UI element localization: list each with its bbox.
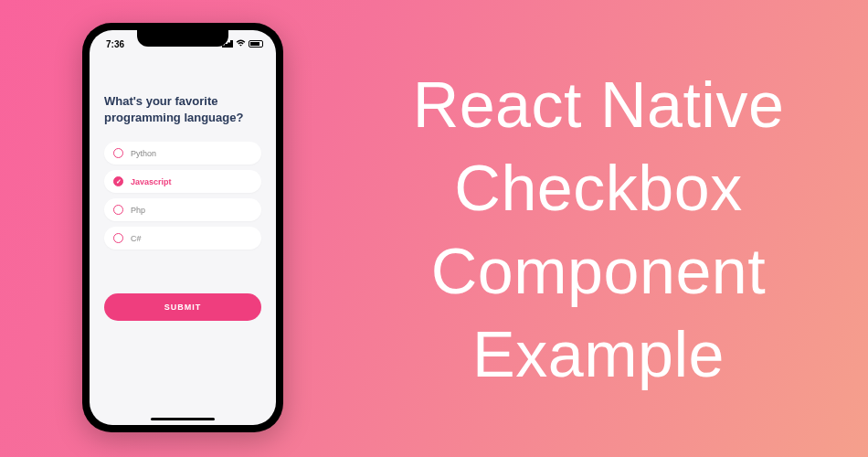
option-javascript[interactable]: Javascript bbox=[104, 170, 261, 193]
notch bbox=[137, 30, 228, 47]
radio-icon bbox=[113, 205, 123, 215]
question-heading: What's your favorite programming languag… bbox=[104, 93, 261, 125]
option-label: Php bbox=[131, 206, 145, 215]
home-indicator bbox=[151, 418, 215, 420]
title-line-4: Example bbox=[472, 319, 725, 390]
page-title: React Native Checkbox Component Example bbox=[347, 64, 850, 397]
radio-icon bbox=[113, 148, 123, 158]
option-label: C# bbox=[131, 234, 142, 243]
option-label: Python bbox=[131, 149, 156, 158]
option-python[interactable]: Python bbox=[104, 142, 261, 165]
status-time: 7:36 bbox=[106, 39, 124, 49]
option-php[interactable]: Php bbox=[104, 198, 261, 221]
wifi-icon bbox=[236, 39, 246, 48]
option-list: Python Javascript Php C# bbox=[104, 142, 261, 250]
status-icons bbox=[222, 39, 263, 48]
battery-icon bbox=[249, 40, 263, 48]
radio-icon bbox=[113, 233, 123, 243]
option-csharp[interactable]: C# bbox=[104, 227, 261, 250]
submit-button[interactable]: SUBMIT bbox=[104, 293, 261, 321]
phone-frame: 7:36 What's your favorite programming la… bbox=[82, 23, 283, 432]
app-content: What's your favorite programming languag… bbox=[90, 52, 276, 321]
title-line-3: Component bbox=[431, 236, 766, 307]
phone-screen: 7:36 What's your favorite programming la… bbox=[90, 30, 276, 425]
submit-label: SUBMIT bbox=[164, 303, 202, 312]
title-line-1: React Native bbox=[413, 69, 785, 141]
radio-checked-icon bbox=[113, 176, 123, 186]
option-label: Javascript bbox=[131, 177, 172, 186]
title-line-2: Checkbox bbox=[454, 153, 742, 224]
